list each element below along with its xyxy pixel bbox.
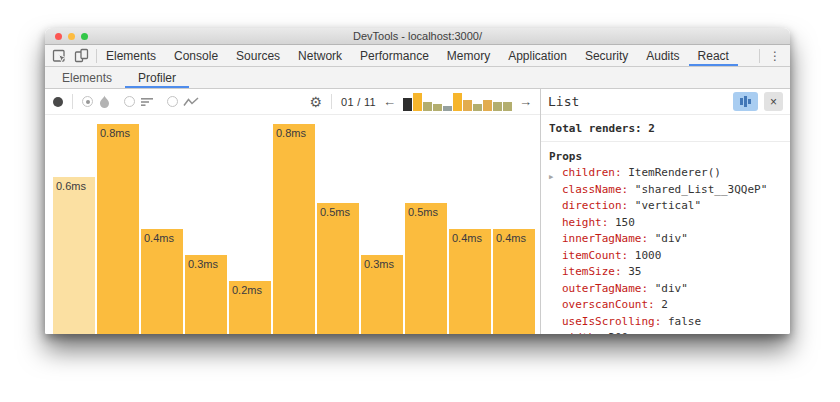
component-details-panel: List × Total renders: 2 Props ▶children:… [540,89,790,334]
interactions-chart-icon [183,96,199,108]
commit-bar-label: 0.3ms [185,255,227,270]
snapshot-minimap[interactable] [403,93,512,111]
tab-sources[interactable]: Sources [227,45,289,66]
props-heading: Props [549,148,782,165]
prop-key: itemSize: [562,265,628,278]
commit-bar[interactable]: 0.4ms [449,229,491,334]
commit-bar[interactable]: 0.2ms [229,281,271,334]
prop-row[interactable]: overscanCount: 2 [549,297,782,314]
tab-label: Console [174,49,218,63]
render-history-chart-button[interactable] [733,92,758,111]
toolbar-divider [72,94,73,109]
commit-bar-label: 0.6ms [53,177,95,192]
next-snapshot-icon[interactable]: → [519,95,532,108]
prop-row[interactable]: height: 150 [549,215,782,232]
flame-icon [98,95,111,109]
minimap-bar[interactable] [403,98,412,111]
prop-row[interactable]: outerTagName: "div" [549,281,782,298]
commit-bar[interactable]: 0.3ms [361,255,403,334]
flamegraph-radio[interactable] [82,96,93,107]
previous-snapshot-icon[interactable]: ← [383,95,396,108]
prop-key: itemCount: [562,249,635,262]
interactions-radio[interactable] [167,96,178,107]
tab-application[interactable]: Application [499,45,576,66]
snapshot-navigator: ⚙ 01 / 11 ← → [310,93,533,111]
device-toolbar-icon[interactable] [74,48,89,63]
profiler-pane: ⚙ 01 / 11 ← → 0.6ms0.8ms0.4ms0.3ms0.2ms0… [45,89,540,334]
tab-network[interactable]: Network [289,45,351,66]
prop-row[interactable]: innerTagName: "div" [549,231,782,248]
chart-bar-icon [740,98,743,105]
tab-security[interactable]: Security [576,45,637,66]
prop-row[interactable]: ▶children: ItemRenderer() [549,165,782,182]
commit-bar-label: 0.2ms [229,281,271,296]
prop-row[interactable]: className: "shared_List__3QQeP" [549,182,782,199]
prop-value: 2 [661,298,668,311]
commit-bar[interactable]: 0.6ms [53,177,95,334]
prop-value: "div" [655,282,688,295]
subtab-label: Profiler [138,71,176,85]
commit-bar[interactable]: 0.5ms [405,203,447,334]
more-options-icon[interactable]: ⋮ [766,50,784,62]
minimize-window-button[interactable] [68,33,75,40]
minimap-bar[interactable] [503,102,512,111]
commit-bar[interactable]: 0.8ms [273,124,315,334]
minimap-bar[interactable] [453,93,462,111]
prop-row[interactable]: width: 300 [549,330,782,334]
minimap-bar[interactable] [413,93,422,111]
prop-value: 300 [608,331,628,334]
commit-bar-label: 0.4ms [449,229,491,244]
prop-value: 35 [628,265,641,278]
prop-row[interactable]: itemCount: 1000 [549,248,782,265]
inspect-element-icon[interactable] [52,48,67,63]
commit-bar-label: 0.5ms [317,203,359,218]
tab-memory[interactable]: Memory [438,45,499,66]
zoom-window-button[interactable] [81,33,88,40]
tab-label: Security [585,49,628,63]
close-details-icon[interactable]: × [764,92,783,111]
commit-bar[interactable]: 0.4ms [141,229,183,334]
devtools-tab-bar: Elements Console Sources Network Perform… [45,45,790,67]
chart-type-flamegraph[interactable] [82,95,111,109]
subtab-profiler[interactable]: Profiler [125,67,189,88]
minimap-bar[interactable] [483,100,492,111]
subtab-elements[interactable]: Elements [49,67,125,88]
tab-elements[interactable]: Elements [97,45,165,66]
prop-row[interactable]: itemSize: 35 [549,264,782,281]
prop-key: outerTagName: [562,282,655,295]
tab-audits[interactable]: Audits [637,45,688,66]
prop-value: "div" [655,232,688,245]
commit-bar-label: 0.8ms [97,124,139,139]
minimap-bar[interactable] [473,104,482,111]
tabbar-right: ⋮ [759,45,790,66]
titlebar[interactable]: DevTools - localhost:3000/ [45,28,790,45]
commit-bar[interactable]: 0.8ms [97,124,139,334]
devtools-window: DevTools - localhost:3000/ [45,28,790,334]
minimap-bar[interactable] [493,102,502,111]
minimap-bar[interactable] [433,104,442,111]
prop-row[interactable]: direction: "vertical" [549,198,782,215]
settings-gear-icon[interactable]: ⚙ [310,95,323,109]
minimap-bar[interactable] [463,100,472,111]
record-button[interactable] [53,97,63,107]
close-window-button[interactable] [55,33,62,40]
prop-key: className: [562,183,635,196]
prop-row[interactable]: useIsScrolling: false [549,314,782,331]
traffic-lights [55,33,88,40]
commit-bar[interactable]: 0.5ms [317,203,359,334]
commit-bar[interactable]: 0.3ms [185,255,227,334]
minimap-bar[interactable] [443,106,452,111]
prop-key: height: [562,216,615,229]
tab-console[interactable]: Console [165,45,227,66]
chart-type-ranked[interactable] [124,96,154,108]
commit-bar[interactable]: 0.4ms [493,229,535,334]
tab-label: Audits [646,49,679,63]
tab-label: Performance [360,49,429,63]
tab-performance[interactable]: Performance [351,45,438,66]
ranked-radio[interactable] [124,96,135,107]
minimap-bar[interactable] [423,102,432,111]
prop-key: innerTagName: [562,232,655,245]
tab-react[interactable]: React [689,45,738,66]
prop-value: false [668,315,701,328]
chart-type-interactions[interactable] [167,96,199,108]
